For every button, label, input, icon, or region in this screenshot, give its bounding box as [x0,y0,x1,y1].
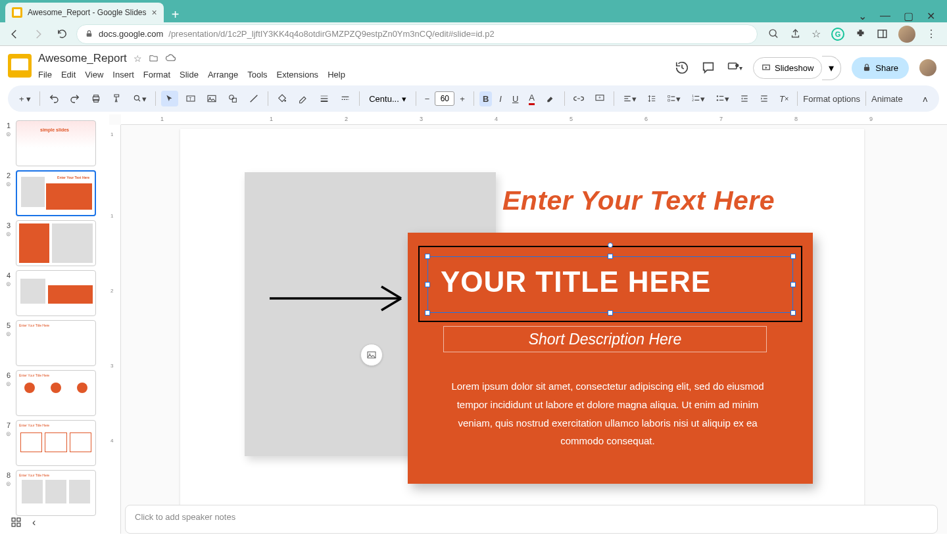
kebab-menu-icon[interactable]: ⋮ [926,28,936,40]
sidepanel-icon[interactable] [877,28,888,39]
slide-title-text[interactable]: YOUR TITLE HERE [441,266,711,298]
bookmark-icon[interactable]: ☆ [812,28,821,40]
star-icon[interactable]: ☆ [134,53,142,64]
border-dash-button[interactable] [337,91,354,106]
resize-handle[interactable] [790,254,796,259]
font-size-increase[interactable]: + [456,91,468,106]
animate-button[interactable]: Animate [871,94,903,104]
insert-comment-button[interactable]: + [591,91,608,106]
insert-link-button[interactable] [570,91,587,106]
checklist-button[interactable]: ▾ [664,91,684,106]
line-tool[interactable] [245,91,262,106]
resize-handle[interactable] [608,310,613,315]
text-color-button[interactable]: A [525,90,538,108]
clear-formatting-button[interactable]: T× [776,91,792,106]
grid-view-icon[interactable] [11,517,22,528]
extensions-icon[interactable] [855,28,866,39]
thumbnail-5[interactable]: Enter Your Title Here [16,320,96,366]
font-size-decrease[interactable]: − [422,91,433,106]
border-color-button[interactable] [295,91,312,106]
forward-button[interactable] [29,25,47,43]
print-button[interactable] [87,91,105,106]
browser-tab[interactable]: Awesome_Report - Google Slides × [5,3,164,22]
slideshow-dropdown[interactable]: ▾ [822,56,841,80]
format-options-button[interactable]: Format options [803,94,860,104]
fill-color-button[interactable] [274,91,291,106]
menu-extensions[interactable]: Extensions [277,70,319,80]
maximize-icon[interactable]: ▢ [904,10,913,22]
italic-button[interactable]: I [496,91,505,106]
menu-tools[interactable]: Tools [247,70,267,80]
menu-file[interactable]: File [38,70,52,80]
slide-header-text[interactable]: Enter Your Text Here [502,185,775,216]
slide-canvas[interactable]: 1 1 2 3 4 5 6 7 8 9 1 1 2 3 4 Enter Your… [109,114,947,534]
share-page-icon[interactable] [790,28,801,39]
close-window-icon[interactable]: ✕ [927,10,935,22]
thumbnail-7[interactable]: Enter Your Title Here [16,420,96,466]
share-button[interactable]: Share [852,57,909,79]
thumbnail-3[interactable] [16,220,96,266]
resize-handle[interactable] [425,310,430,315]
url-input[interactable]: docs.google.com/presentation/d/1c2P_ljft… [76,24,758,44]
new-slide-button[interactable]: + ▾ [16,91,34,106]
select-tool[interactable] [161,91,178,106]
document-title[interactable]: Awesome_Report [38,52,127,65]
rotate-handle[interactable] [608,243,613,248]
thumbnail-2[interactable]: Enter Your Text Here [16,170,96,216]
thumbnail-6[interactable]: Enter Your Title Here [16,370,96,416]
close-tab-icon[interactable]: × [152,7,157,18]
indent-decrease-button[interactable] [737,91,752,106]
font-size-input[interactable] [435,91,454,106]
bullet-list-button[interactable]: ▾ [712,91,733,106]
textbox-tool[interactable]: T [182,91,199,106]
move-icon[interactable] [149,53,158,64]
image-hint-icon[interactable] [360,344,383,366]
menu-help[interactable]: Help [328,70,345,80]
caret-down-icon[interactable]: ⌄ [858,10,867,22]
image-tool[interactable] [203,91,220,106]
resize-handle[interactable] [790,310,796,315]
slide-body-text[interactable]: Lorem ipsum dolor sit amet, consectetur … [451,377,764,450]
numbered-list-button[interactable]: 12 ▾ [688,91,708,106]
zoom-icon[interactable] [768,28,779,39]
speaker-notes-input[interactable]: Click to add speaker notes [125,505,938,534]
menu-arrange[interactable]: Arrange [208,70,238,80]
resize-handle[interactable] [608,254,613,259]
menu-edit[interactable]: Edit [61,70,76,80]
grammarly-icon[interactable]: G [831,28,844,41]
indent-increase-button[interactable] [756,91,772,106]
bold-button[interactable]: B [479,91,492,106]
menu-format[interactable]: Format [143,70,170,80]
shape-tool[interactable] [224,91,241,106]
history-icon[interactable] [674,60,690,76]
collapse-panel-icon[interactable]: ‹ [32,517,36,528]
menu-slide[interactable]: Slide [180,70,199,80]
profile-avatar[interactable] [898,26,915,43]
underline-button[interactable]: U [509,91,522,106]
slideshow-button[interactable]: Slideshow [753,57,822,79]
resize-handle[interactable] [425,254,430,259]
thumbnail-panel[interactable]: 1⊜simple slides 2⊜Enter Your Text Here 3… [0,114,109,534]
slides-logo[interactable] [8,54,32,78]
new-tab-button[interactable]: + [164,7,187,22]
menu-view[interactable]: View [85,70,103,80]
thumbnail-8[interactable]: Enter Your Title Here [16,470,96,516]
highlight-button[interactable] [542,91,559,106]
thumbnail-1[interactable]: simple slides [16,120,96,166]
reload-button[interactable] [53,25,71,43]
font-family-dropdown[interactable]: Centu... ▾ [365,94,410,104]
resize-handle[interactable] [425,282,430,287]
slide-editor[interactable]: Enter Your Text Here YOUR TITLE HERE S [180,129,864,517]
border-weight-button[interactable] [316,91,333,106]
paint-format-button[interactable] [109,91,126,106]
cloud-status-icon[interactable] [165,53,176,64]
zoom-dropdown[interactable]: ▾ [130,91,150,106]
redo-button[interactable] [66,91,84,106]
collapse-toolbar-icon[interactable]: ʌ [919,91,931,106]
undo-button[interactable] [45,91,62,106]
line-spacing-button[interactable] [644,91,660,106]
align-button[interactable]: ▾ [619,91,640,106]
present-icon[interactable]: ▾ [727,60,742,76]
account-avatar[interactable] [919,59,936,76]
menu-insert[interactable]: Insert [112,70,134,80]
